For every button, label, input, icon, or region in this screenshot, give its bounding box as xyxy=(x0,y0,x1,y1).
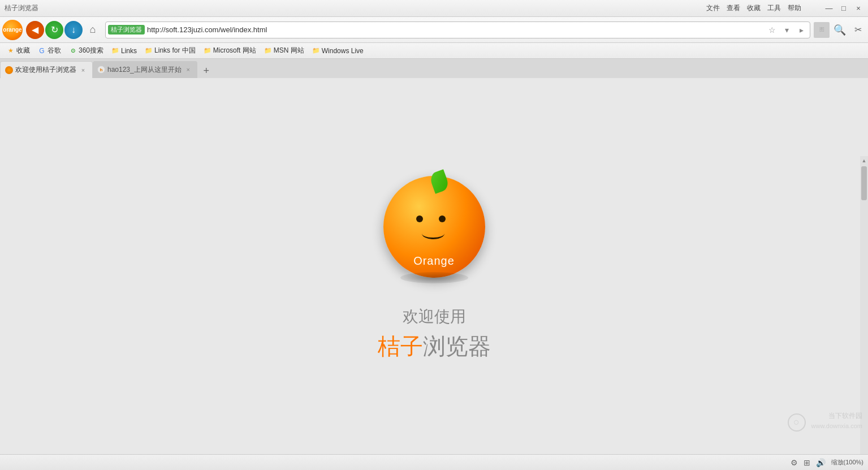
status-right: ⚙ ⊞ 🔊 缩放(100%) xyxy=(791,458,863,467)
links-china-folder-icon: 📁 xyxy=(145,47,153,55)
bookmarks-label[interactable]: ★ 收藏 xyxy=(3,45,33,57)
nav-bar: orange ◀ ↻ ↓ ⌂ 桔子浏览器 ☆ ▾ ▸ 图 🔍 ✂ xyxy=(0,17,868,43)
browser-logo: orange xyxy=(2,20,23,40)
download-button[interactable]: ↓ xyxy=(64,21,83,39)
menu-file[interactable]: 文件 xyxy=(706,3,720,13)
title-bar: 桔子浏览器 文件 查看 收藏 工具 帮助 — □ × xyxy=(0,0,868,17)
bookmark-google[interactable]: G 谷歌 xyxy=(34,45,64,57)
links-folder-icon: 📁 xyxy=(111,47,119,55)
address-bar-actions: ☆ ▾ ▸ xyxy=(766,24,807,36)
menu-help[interactable]: 帮助 xyxy=(788,3,801,13)
windows-live-folder-icon: 📁 xyxy=(312,47,320,55)
status-screen-icon[interactable]: ⊞ xyxy=(804,458,810,467)
status-bar: ⚙ ⊞ 🔊 缩放(100%) xyxy=(0,454,868,470)
watermark-site: www.downxia.com xyxy=(811,421,862,432)
tabs-bar: 欢迎使用桔子浏览器 × h hao123_上网从这里开始 × + xyxy=(0,59,868,78)
scroll-thumb[interactable] xyxy=(861,166,867,200)
welcome-line2: 桔子浏览器 xyxy=(378,331,491,362)
welcome-container: Orange 欢迎使用 桔子浏览器 xyxy=(378,170,491,362)
watermark-name: 当下软件园 xyxy=(811,411,862,421)
tab-close-hao123[interactable]: × xyxy=(184,65,193,74)
scroll-up-arrow[interactable]: ▲ xyxy=(860,156,868,165)
msn-folder-icon: 📁 xyxy=(264,47,272,55)
tab-welcome[interactable]: 欢迎使用桔子浏览器 × xyxy=(0,61,93,78)
search-button[interactable]: 🔍 xyxy=(832,22,848,38)
window-controls: — □ × xyxy=(824,3,863,14)
bookmark-msn[interactable]: 📁 MSN 网站 xyxy=(261,45,308,57)
minimize-button[interactable]: — xyxy=(824,3,834,14)
new-tab-button[interactable]: + xyxy=(198,63,214,78)
app-title: 桔子浏览器 xyxy=(5,3,38,13)
orange-eye-left xyxy=(416,215,423,222)
tab-title-welcome: 欢迎使用桔子浏览器 xyxy=(15,65,76,75)
scrollbar[interactable]: ▲ ▼ xyxy=(860,156,868,454)
watermark-logo: ○ xyxy=(788,413,806,432)
maximize-button[interactable]: □ xyxy=(839,3,849,14)
address-forward-button[interactable]: ▸ xyxy=(795,24,807,36)
close-button[interactable]: × xyxy=(853,3,863,14)
tab-close-welcome[interactable]: × xyxy=(79,66,88,75)
welcome-line1: 欢迎使用 xyxy=(403,306,466,327)
bookmark-links-china[interactable]: 📁 Links for 中国 xyxy=(141,45,199,57)
bookmark-microsoft[interactable]: 📁 Microsoft 网站 xyxy=(200,45,260,57)
bookmarks-bar: ★ 收藏 G 谷歌 ⊙ 360搜索 📁 Links 📁 Links for 中国… xyxy=(0,43,868,59)
user-avatar[interactable]: 图 xyxy=(814,22,830,38)
menu-tools[interactable]: 工具 xyxy=(767,3,781,13)
title-bar-right: 文件 查看 收藏 工具 帮助 — □ × xyxy=(706,3,863,14)
nav-right-area: 图 🔍 ✂ xyxy=(814,22,866,38)
status-zoom-label[interactable]: 缩放(100%) xyxy=(831,458,863,467)
orange-eye-right xyxy=(439,215,446,222)
menu-bookmarks[interactable]: 收藏 xyxy=(747,3,761,13)
google-favicon: G xyxy=(38,47,46,55)
main-content: ▲ ▼ Orange 欢迎使用 桔子浏览器 xyxy=(0,78,868,454)
status-settings-icon[interactable]: ⚙ xyxy=(791,458,798,467)
orange-name-label: Orange xyxy=(413,255,455,268)
title-bar-left: 桔子浏览器 xyxy=(5,3,38,13)
tab-hao123[interactable]: h hao123_上网从这里开始 × xyxy=(93,61,197,78)
home-button[interactable]: ⌂ xyxy=(84,21,102,39)
bookmark-star-button[interactable]: ☆ xyxy=(766,24,778,36)
welcome-gray-text: 浏览器 xyxy=(423,334,491,359)
orange-smile xyxy=(422,228,444,239)
address-input[interactable] xyxy=(147,25,766,34)
microsoft-folder-icon: 📁 xyxy=(204,47,211,55)
welcome-orange-text: 桔子 xyxy=(378,334,423,359)
bookmark-360[interactable]: ⊙ 360搜索 xyxy=(66,45,107,57)
watermark: ○ 当下软件园 www.downxia.com xyxy=(788,411,862,432)
watermark-text: 当下软件园 www.downxia.com xyxy=(811,411,862,432)
orange-shadow xyxy=(400,272,468,283)
back-button[interactable]: ◀ xyxy=(26,21,44,39)
welcome-text: 欢迎使用 桔子浏览器 xyxy=(378,306,491,362)
browser-window: 桔子浏览器 文件 查看 收藏 工具 帮助 — □ × orange ◀ ↻ ↓ … xyxy=(0,0,868,470)
address-bar-container: 桔子浏览器 ☆ ▾ ▸ xyxy=(105,21,810,38)
address-dropdown-button[interactable]: ▾ xyxy=(780,24,793,36)
bookmark-windows-live[interactable]: 📁 Windows Live xyxy=(309,46,367,56)
menu-view[interactable]: 查看 xyxy=(727,3,740,13)
bookmark-links[interactable]: 📁 Links xyxy=(108,46,140,56)
status-sound-icon[interactable]: 🔊 xyxy=(816,458,826,467)
tab-favicon-hao123: h xyxy=(97,66,105,74)
refresh-button[interactable]: ↻ xyxy=(45,21,63,39)
tab-favicon-welcome xyxy=(5,66,13,74)
bookmarks-star-icon: ★ xyxy=(7,47,15,55)
360-favicon: ⊙ xyxy=(69,47,77,55)
tools-button[interactable]: ✂ xyxy=(850,22,866,38)
site-security-badge: 桔子浏览器 xyxy=(108,25,145,35)
orange-mascot: Orange xyxy=(378,170,491,283)
tab-title-hao123: hao123_上网从这里开始 xyxy=(107,65,182,75)
